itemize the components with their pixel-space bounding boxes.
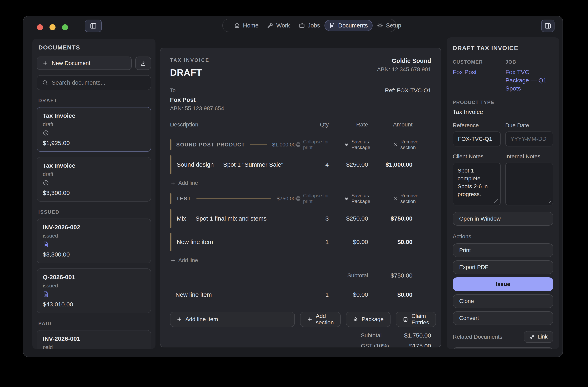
- document-amount: $3,300.00: [43, 251, 145, 258]
- line-qty[interactable]: 1: [304, 238, 329, 245]
- line-description[interactable]: New line item: [171, 238, 304, 245]
- minimize-window-button[interactable]: [49, 24, 56, 30]
- tab-setup-label: Setup: [386, 22, 401, 29]
- toggle-left-sidebar-button[interactable]: [85, 20, 102, 32]
- line-qty[interactable]: 1: [304, 291, 329, 298]
- search-input[interactable]: Search documents...: [37, 75, 151, 90]
- document-card[interactable]: Tax Invoice draft $1,925.00: [37, 107, 151, 152]
- new-document-button[interactable]: New Document: [37, 57, 132, 70]
- collapse-for-print-button[interactable]: Collapse for print: [296, 139, 336, 150]
- add-section-button[interactable]: Add section: [300, 312, 341, 327]
- document-card[interactable]: Q-2026-001 issued $43,010.00: [37, 268, 151, 313]
- line-rate[interactable]: $250.00: [329, 215, 368, 222]
- details-title: DRAFT TAX INVOICE: [453, 45, 553, 51]
- tab-work-label: Work: [276, 22, 290, 29]
- line-item-row[interactable]: Mix — Spot 1 final mix and stems 3 $250.…: [170, 209, 431, 228]
- line-item-row[interactable]: Sound design — Spot 1 "Summer Sale" 4 $2…: [170, 155, 431, 174]
- line-qty[interactable]: 3: [304, 215, 329, 222]
- section-rule: [250, 144, 267, 145]
- search-placeholder: Search documents...: [52, 79, 105, 86]
- section-name[interactable]: SOUND POST PRODUCT: [176, 142, 245, 148]
- save-as-package-button[interactable]: Save as Package: [344, 139, 385, 150]
- line-description[interactable]: Mix — Spot 1 final mix and stems: [171, 215, 304, 222]
- collapse-for-print-button[interactable]: Collapse for print: [296, 193, 336, 204]
- toggle-right-sidebar-button[interactable]: [541, 20, 554, 32]
- line-rate[interactable]: $0.00: [329, 291, 368, 298]
- related-documents-label: Related Documents: [453, 334, 502, 340]
- line-amount: $1,000.00: [368, 161, 413, 168]
- job-link[interactable]: Fox TVC Package — Q1 Spots: [505, 68, 553, 93]
- recipient-abn: ABN: 55 123 987 654: [170, 105, 224, 112]
- section-header: SOUND POST PRODUCT $1,000.00 Collapse fo…: [170, 139, 431, 150]
- internal-notes-textarea[interactable]: [505, 163, 553, 205]
- package-icon: [353, 317, 358, 322]
- remove-section-button[interactable]: Remove section: [393, 139, 431, 150]
- collapse-for-print-label: Collapse for print: [303, 139, 336, 150]
- client-notes-label: Client Notes: [453, 153, 501, 160]
- line-description[interactable]: Sound design — Spot 1 "Summer Sale": [171, 161, 304, 168]
- document-card[interactable]: INV-2026-001 paid $20,449.00: [37, 330, 151, 349]
- clock-icon: [43, 180, 145, 186]
- import-document-button[interactable]: [135, 57, 151, 70]
- company-abn: ABN: 12 345 678 901: [377, 66, 431, 73]
- briefcase-icon: [299, 22, 305, 28]
- remove-section-button[interactable]: Remove section: [393, 193, 431, 204]
- print-button[interactable]: Print: [453, 243, 553, 257]
- clone-button[interactable]: Clone: [453, 294, 553, 308]
- actions-label: Actions: [453, 233, 553, 240]
- export-pdf-button[interactable]: Export PDF: [453, 260, 553, 274]
- link-icon: [529, 334, 535, 340]
- plus-icon: [170, 181, 176, 186]
- close-window-button[interactable]: [37, 24, 43, 30]
- add-line-item-button[interactable]: Add line item: [170, 312, 295, 327]
- tab-setup[interactable]: Setup: [373, 20, 406, 31]
- rebuild-from-entries-button[interactable]: Rebuild from Entries: [453, 347, 553, 349]
- customer-label: CUSTOMER: [453, 59, 501, 65]
- panel-left-icon: [89, 22, 97, 30]
- group-label-issued: ISSUED: [37, 209, 151, 215]
- open-in-window-button[interactable]: Open in Window: [453, 212, 553, 226]
- add-line-button[interactable]: Add line: [170, 180, 431, 186]
- client-notes-textarea[interactable]: Spot 1 complete. Spots 2-6 in progress.: [453, 163, 501, 205]
- document-card[interactable]: INV-2026-002 issued $3,300.00: [37, 218, 151, 263]
- customer-link[interactable]: Fox Post: [453, 68, 501, 76]
- col-rate: Rate: [329, 121, 368, 128]
- line-description[interactable]: New line item: [171, 291, 304, 298]
- remove-section-label: Remove section: [400, 193, 431, 204]
- convert-button[interactable]: Convert: [453, 311, 553, 325]
- tab-work[interactable]: Work: [263, 20, 294, 31]
- tab-home[interactable]: Home: [230, 20, 263, 31]
- zoom-window-button[interactable]: [62, 24, 68, 30]
- col-qty: Qty: [304, 121, 329, 128]
- claim-entries-label: Claim Entries: [412, 313, 429, 326]
- section-accent-bar: [170, 139, 171, 150]
- plus-icon: [176, 317, 182, 322]
- issue-button[interactable]: Issue: [453, 277, 553, 291]
- line-item-row[interactable]: New line item 1 $0.00 $0.00: [170, 285, 431, 304]
- plus-icon: [170, 258, 176, 263]
- save-as-package-button[interactable]: Save as Package: [344, 193, 385, 204]
- section-header: TEST $750.00 Collapse for print Save as …: [170, 193, 431, 204]
- x-icon: [393, 196, 398, 201]
- due-date-input[interactable]: [505, 131, 553, 147]
- tab-jobs[interactable]: Jobs: [294, 20, 324, 31]
- reference-input[interactable]: [453, 131, 501, 147]
- line-rate[interactable]: $250.00: [329, 161, 368, 168]
- document-card[interactable]: Tax Invoice draft $3,300.00: [37, 157, 151, 202]
- due-date-label: Due Date: [505, 122, 553, 129]
- collapse-for-print-label: Collapse for print: [303, 193, 336, 204]
- document-status: draft: [43, 121, 145, 128]
- add-line-button[interactable]: Add line: [170, 257, 431, 264]
- line-item-row[interactable]: New line item 1 $0.00 $0.00: [170, 233, 431, 251]
- line-rate[interactable]: $0.00: [329, 238, 368, 245]
- save-as-package-label: Save as Package: [351, 193, 385, 204]
- link-document-button[interactable]: Link: [524, 331, 553, 343]
- line-qty[interactable]: 4: [304, 161, 329, 168]
- section-total: $1,000.00: [272, 142, 296, 148]
- claim-entries-button[interactable]: Claim Entries: [396, 312, 436, 327]
- tab-documents[interactable]: Documents: [324, 20, 373, 31]
- package-button[interactable]: Package: [346, 312, 391, 327]
- section-name[interactable]: TEST: [176, 196, 191, 202]
- traffic-lights: [37, 24, 68, 30]
- add-line-label: Add line: [178, 180, 198, 186]
